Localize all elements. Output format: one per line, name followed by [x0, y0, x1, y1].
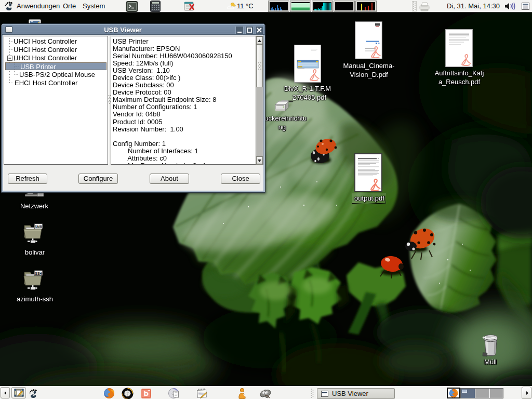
svg-text:SMB: SMB [35, 225, 43, 229]
svg-text:SSH: SSH [35, 272, 42, 275]
